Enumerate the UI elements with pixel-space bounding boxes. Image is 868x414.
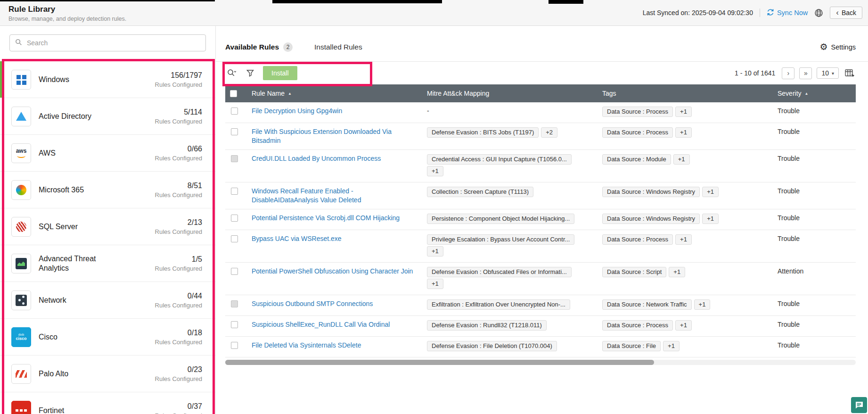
rule-name-link[interactable]: Windows Recall Feature Enabled - Disable…	[252, 187, 418, 205]
page-subtitle: Browse, manage, and deploy detection rul…	[8, 16, 126, 22]
rules-configured-label: Rules Configured	[155, 81, 202, 88]
sidebar-item[interactable]: Network 0/44 Rules Configured	[0, 282, 215, 319]
row-checkbox[interactable]	[231, 188, 238, 195]
tags-more-chip[interactable]: +1	[669, 267, 685, 277]
tags-more-chip[interactable]: +1	[675, 127, 692, 138]
mitre-more-chip[interactable]: +1	[427, 246, 443, 257]
row-checkbox[interactable]	[231, 300, 238, 307]
tags-more-chip[interactable]: +1	[675, 320, 692, 331]
row-checkbox[interactable]	[231, 321, 238, 328]
double-chevron-right-icon: »	[804, 69, 808, 77]
back-button[interactable]: ‹ Back	[830, 7, 862, 19]
tags-more-chip[interactable]: +1	[675, 107, 692, 117]
vendor-icon	[11, 180, 31, 200]
column-search-icon[interactable]	[225, 67, 237, 79]
data-source-chip: Data Source : Windows Registry	[602, 214, 700, 224]
row-checkbox[interactable]	[231, 128, 238, 135]
sort-asc-icon: ▲	[805, 91, 809, 96]
rule-name-link[interactable]: Bypass UAC via WSReset.exe	[252, 234, 342, 243]
install-button[interactable]: Install	[263, 66, 297, 80]
sidebar-item[interactable]: AWS 0/66 Rules Configured	[0, 135, 215, 172]
vendor-icon	[11, 217, 31, 237]
rules-configured-label: Rules Configured	[155, 191, 202, 199]
tags-more-chip[interactable]: +1	[702, 187, 719, 197]
tab-available-rules[interactable]: Available Rules 2	[225, 42, 293, 52]
rule-name-link[interactable]: CredUI.DLL Loaded By Uncommon Process	[252, 154, 381, 163]
row-checkbox[interactable]	[231, 268, 238, 275]
column-header-rule-name[interactable]: Rule Name ▲	[247, 90, 422, 97]
mitre-tag-chip: Defense Evasion : File Deletion (T1070.0…	[427, 341, 557, 351]
row-checkbox[interactable]	[231, 215, 238, 222]
tags-more-chip[interactable]: +1	[673, 154, 690, 165]
rules-count: 156/1797	[155, 71, 202, 80]
feedback-chat-button[interactable]	[851, 397, 867, 413]
rules-table: Rule Name ▲ Mitre Att&ck Mapping Tags Se…	[225, 84, 856, 357]
sidebar-item[interactable]: Active Directory 5/114 Rules Configured	[0, 98, 215, 135]
data-source-chip: Data Source : Script	[602, 267, 666, 277]
next-page-button[interactable]: ›	[782, 67, 794, 79]
sidebar-item-label: AWS	[39, 149, 119, 158]
sidebar-item-label: Active Directory	[39, 112, 119, 121]
rule-name-link[interactable]: Suspicious ShellExec_RunDLL Call Via Ord…	[252, 320, 390, 329]
mitre-tag-chip: Collection : Screen Capture (T1113)	[427, 187, 533, 197]
sidebar-item[interactable]: Cisco 0/18 Rules Configured	[0, 319, 215, 356]
tags-more-chip[interactable]: +1	[675, 234, 692, 245]
severity-value: Trouble	[778, 341, 800, 349]
page-size-select[interactable]: 10 ▾	[817, 67, 839, 79]
sidebar-item[interactable]: Microsoft 365 8/51 Rules Configured	[0, 172, 215, 208]
sidebar-item-label: Cisco	[39, 332, 119, 342]
mitre-more-chip[interactable]: +2	[541, 127, 557, 138]
rule-source-list: Windows 156/1797 Rules Configured Active…	[0, 61, 215, 414]
tags-more-chip[interactable]: +1	[694, 299, 711, 310]
rule-name-link[interactable]: Potential Persistence Via Scrobj.dll COM…	[252, 214, 400, 223]
tab-installed-rules[interactable]: Installed Rules	[314, 43, 362, 51]
severity-value: Trouble	[778, 214, 800, 222]
sidebar-search-input[interactable]	[9, 34, 206, 51]
sidebar-item[interactable]: SQL Server 2/13 Rules Configured	[0, 208, 215, 245]
tags-more-chip[interactable]: +1	[702, 214, 719, 224]
row-checkbox[interactable]	[231, 155, 238, 162]
rules-count: 0/18	[155, 329, 202, 337]
rules-count: 8/51	[155, 182, 202, 190]
tags-more-chip[interactable]: +1	[663, 341, 680, 351]
severity-value: Trouble	[778, 107, 800, 115]
rule-name-link[interactable]: Potential PowerShell Obfuscation Using C…	[252, 267, 413, 276]
column-chooser-icon[interactable]	[843, 67, 856, 79]
column-header-tags: Tags	[598, 90, 773, 97]
sort-asc-icon: ▲	[288, 91, 292, 96]
settings-button[interactable]: ⚙ Settings	[820, 42, 856, 51]
sidebar-item[interactable]: Windows 156/1797 Rules Configured	[0, 61, 215, 98]
table-row: Potential PowerShell Obfuscation Using C…	[225, 263, 856, 295]
rule-name-link[interactable]: File With Suspicious Extension Downloade…	[252, 127, 418, 145]
last-page-button[interactable]: »	[799, 67, 812, 79]
mitre-more-chip[interactable]: +1	[427, 166, 443, 176]
rules-count: 1/5	[155, 255, 202, 264]
filter-icon[interactable]	[244, 67, 256, 79]
data-source-chip: Data Source : Process	[602, 107, 673, 117]
horizontal-scrollbar-thumb[interactable]	[225, 360, 654, 365]
rule-name-link[interactable]: File Decryption Using Gpg4win	[252, 107, 342, 116]
rule-name-link[interactable]: File Deleted Via Sysinternals SDelete	[252, 341, 361, 350]
column-header-severity[interactable]: Severity ▲	[773, 90, 856, 97]
mitre-more-chip[interactable]: +1	[427, 279, 443, 289]
row-checkbox[interactable]	[231, 108, 238, 115]
row-checkbox[interactable]	[231, 235, 238, 242]
sidebar-item[interactable]: Palo Alto 0/23 Rules Configured	[0, 356, 215, 392]
sidebar-item[interactable]: Fortinet 0/37 Rules Configured	[0, 392, 215, 414]
horizontal-scrollbar-track[interactable]	[225, 360, 856, 365]
data-source-chip: Data Source : Process	[602, 320, 673, 331]
rules-configured-label: Rules Configured	[155, 302, 202, 309]
sidebar-item[interactable]: Advanced Threat Analytics 1/5 Rules Conf…	[0, 245, 215, 282]
rules-configured-label: Rules Configured	[155, 339, 202, 346]
rules-count: 0/44	[155, 292, 202, 300]
sync-now-button[interactable]: Sync Now	[767, 8, 808, 17]
divider	[760, 8, 760, 17]
rule-name-link[interactable]: Suspicious Outbound SMTP Connections	[252, 299, 373, 308]
globe-icon[interactable]	[814, 8, 823, 17]
rules-configured-label: Rules Configured	[155, 228, 202, 235]
mitre-tag-chip: Exfiltration : Exfiltration Over Unencry…	[427, 299, 570, 310]
mitre-empty-value: -	[427, 107, 429, 115]
table-row: Windows Recall Feature Enabled - Disable…	[225, 182, 856, 209]
select-all-checkbox[interactable]	[230, 90, 237, 97]
row-checkbox[interactable]	[231, 342, 238, 349]
